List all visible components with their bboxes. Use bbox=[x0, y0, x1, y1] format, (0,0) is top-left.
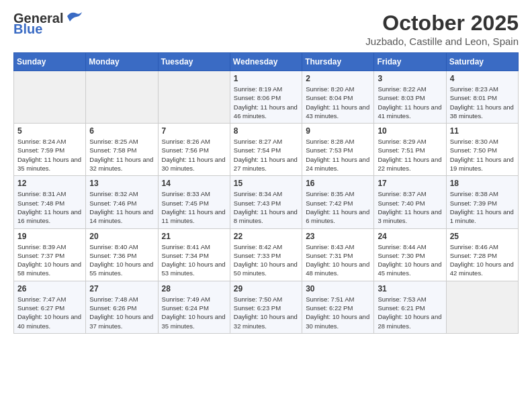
table-row: 29Sunrise: 7:50 AM Sunset: 6:23 PM Dayli… bbox=[230, 281, 302, 333]
header-wednesday: Wednesday bbox=[230, 53, 302, 71]
table-row: 10Sunrise: 8:29 AM Sunset: 7:51 PM Dayli… bbox=[374, 124, 446, 176]
day-number: 18 bbox=[450, 179, 515, 188]
day-info: Sunrise: 8:39 AM Sunset: 7:37 PM Dayligh… bbox=[17, 242, 82, 278]
day-info: Sunrise: 8:37 AM Sunset: 7:40 PM Dayligh… bbox=[378, 189, 442, 225]
day-number: 8 bbox=[234, 126, 298, 136]
day-info: Sunrise: 7:50 AM Sunset: 6:23 PM Dayligh… bbox=[234, 295, 298, 330]
day-info: Sunrise: 7:51 AM Sunset: 6:22 PM Dayligh… bbox=[306, 295, 370, 330]
page-title: October 2025 bbox=[365, 11, 519, 36]
table-row: 24Sunrise: 8:44 AM Sunset: 7:30 PM Dayli… bbox=[374, 228, 446, 281]
calendar-body: 1Sunrise: 8:19 AM Sunset: 8:06 PM Daylig… bbox=[14, 71, 519, 334]
day-info: Sunrise: 8:26 AM Sunset: 7:56 PM Dayligh… bbox=[162, 137, 226, 173]
table-row: 11Sunrise: 8:30 AM Sunset: 7:50 PM Dayli… bbox=[446, 124, 518, 176]
day-info: Sunrise: 8:44 AM Sunset: 7:30 PM Dayligh… bbox=[378, 242, 442, 278]
day-number: 17 bbox=[378, 179, 442, 188]
table-row: 5Sunrise: 8:24 AM Sunset: 7:59 PM Daylig… bbox=[14, 124, 86, 176]
day-number: 23 bbox=[306, 232, 370, 241]
table-row: 9Sunrise: 8:28 AM Sunset: 7:53 PM Daylig… bbox=[302, 124, 374, 176]
day-info: Sunrise: 8:35 AM Sunset: 7:42 PM Dayligh… bbox=[306, 189, 370, 225]
day-number: 15 bbox=[234, 179, 298, 188]
day-number: 29 bbox=[234, 284, 298, 293]
table-row: 1Sunrise: 8:19 AM Sunset: 8:06 PM Daylig… bbox=[230, 71, 302, 124]
day-number: 21 bbox=[162, 232, 226, 241]
day-number: 2 bbox=[306, 74, 370, 83]
table-row: 31Sunrise: 7:53 AM Sunset: 6:21 PM Dayli… bbox=[374, 281, 446, 333]
day-info: Sunrise: 7:47 AM Sunset: 6:27 PM Dayligh… bbox=[17, 295, 82, 330]
day-number: 9 bbox=[306, 126, 370, 136]
table-row: 19Sunrise: 8:39 AM Sunset: 7:37 PM Dayli… bbox=[14, 228, 86, 281]
day-info: Sunrise: 7:53 AM Sunset: 6:21 PM Dayligh… bbox=[378, 295, 442, 330]
day-number: 10 bbox=[378, 126, 442, 136]
day-number: 25 bbox=[450, 232, 515, 241]
day-number: 6 bbox=[89, 126, 154, 136]
table-row: 14Sunrise: 8:33 AM Sunset: 7:45 PM Dayli… bbox=[158, 176, 230, 228]
header: General Blue October 2025 Juzbado, Casti… bbox=[13, 11, 519, 47]
header-tuesday: Tuesday bbox=[158, 53, 230, 71]
day-info: Sunrise: 7:48 AM Sunset: 6:26 PM Dayligh… bbox=[89, 295, 154, 330]
day-info: Sunrise: 8:41 AM Sunset: 7:34 PM Dayligh… bbox=[162, 242, 226, 278]
table-row: 16Sunrise: 8:35 AM Sunset: 7:42 PM Dayli… bbox=[302, 176, 374, 228]
table-row: 6Sunrise: 8:25 AM Sunset: 7:58 PM Daylig… bbox=[86, 124, 158, 176]
table-row: 4Sunrise: 8:23 AM Sunset: 8:01 PM Daylig… bbox=[446, 71, 518, 124]
day-info: Sunrise: 8:32 AM Sunset: 7:46 PM Dayligh… bbox=[89, 189, 154, 225]
day-info: Sunrise: 8:22 AM Sunset: 8:03 PM Dayligh… bbox=[378, 85, 442, 120]
table-row: 12Sunrise: 8:31 AM Sunset: 7:48 PM Dayli… bbox=[14, 176, 86, 228]
day-number: 12 bbox=[17, 179, 82, 188]
title-area: October 2025 Juzbado, Castille and Leon,… bbox=[365, 11, 519, 47]
day-number: 5 bbox=[17, 126, 82, 136]
day-info: Sunrise: 8:23 AM Sunset: 8:01 PM Dayligh… bbox=[450, 85, 515, 120]
day-info: Sunrise: 8:27 AM Sunset: 7:54 PM Dayligh… bbox=[234, 137, 298, 173]
table-row: 22Sunrise: 8:42 AM Sunset: 7:33 PM Dayli… bbox=[230, 228, 302, 281]
day-info: Sunrise: 8:38 AM Sunset: 7:39 PM Dayligh… bbox=[450, 189, 515, 225]
day-number: 11 bbox=[450, 126, 515, 136]
table-row: 23Sunrise: 8:43 AM Sunset: 7:31 PM Dayli… bbox=[302, 228, 374, 281]
table-row: 18Sunrise: 8:38 AM Sunset: 7:39 PM Dayli… bbox=[446, 176, 518, 228]
day-number: 7 bbox=[162, 126, 226, 136]
day-info: Sunrise: 8:28 AM Sunset: 7:53 PM Dayligh… bbox=[306, 137, 370, 173]
table-row: 25Sunrise: 8:46 AM Sunset: 7:28 PM Dayli… bbox=[446, 228, 518, 281]
table-row: 28Sunrise: 7:49 AM Sunset: 6:24 PM Dayli… bbox=[158, 281, 230, 333]
table-row: 3Sunrise: 8:22 AM Sunset: 8:03 PM Daylig… bbox=[374, 71, 446, 124]
table-row: 30Sunrise: 7:51 AM Sunset: 6:22 PM Dayli… bbox=[302, 281, 374, 333]
day-number: 27 bbox=[89, 284, 154, 293]
header-sunday: Sunday bbox=[14, 53, 86, 71]
day-number: 30 bbox=[306, 284, 370, 293]
day-number: 13 bbox=[89, 179, 154, 188]
day-info: Sunrise: 8:24 AM Sunset: 7:59 PM Dayligh… bbox=[17, 137, 82, 173]
day-number: 31 bbox=[378, 284, 442, 293]
table-row: 2Sunrise: 8:20 AM Sunset: 8:04 PM Daylig… bbox=[302, 71, 374, 124]
day-number: 3 bbox=[378, 74, 442, 83]
table-row bbox=[86, 71, 158, 124]
header-thursday: Thursday bbox=[302, 53, 374, 71]
day-info: Sunrise: 8:20 AM Sunset: 8:04 PM Dayligh… bbox=[306, 85, 370, 120]
table-row: 13Sunrise: 8:32 AM Sunset: 7:46 PM Dayli… bbox=[86, 176, 158, 228]
table-row: 27Sunrise: 7:48 AM Sunset: 6:26 PM Dayli… bbox=[86, 281, 158, 333]
day-info: Sunrise: 8:46 AM Sunset: 7:28 PM Dayligh… bbox=[450, 242, 515, 278]
page-subtitle: Juzbado, Castille and Leon, Spain bbox=[365, 36, 519, 47]
logo-bird-icon bbox=[64, 9, 83, 24]
day-number: 19 bbox=[17, 232, 82, 241]
day-number: 22 bbox=[234, 232, 298, 241]
day-info: Sunrise: 8:34 AM Sunset: 7:43 PM Dayligh… bbox=[234, 189, 298, 225]
day-info: Sunrise: 8:31 AM Sunset: 7:48 PM Dayligh… bbox=[17, 189, 82, 225]
logo: General Blue bbox=[13, 11, 83, 36]
day-number: 16 bbox=[306, 179, 370, 188]
table-row: 7Sunrise: 8:26 AM Sunset: 7:56 PM Daylig… bbox=[158, 124, 230, 176]
day-number: 24 bbox=[378, 232, 442, 241]
logo-blue-text: Blue bbox=[13, 21, 42, 36]
day-number: 1 bbox=[234, 74, 298, 83]
calendar-table: Sunday Monday Tuesday Wednesday Thursday… bbox=[13, 52, 519, 334]
day-info: Sunrise: 8:19 AM Sunset: 8:06 PM Dayligh… bbox=[234, 85, 298, 120]
day-info: Sunrise: 8:33 AM Sunset: 7:45 PM Dayligh… bbox=[162, 189, 226, 225]
table-row: 26Sunrise: 7:47 AM Sunset: 6:27 PM Dayli… bbox=[14, 281, 86, 333]
day-number: 26 bbox=[17, 284, 82, 293]
calendar-header: Sunday Monday Tuesday Wednesday Thursday… bbox=[14, 53, 519, 71]
day-info: Sunrise: 8:29 AM Sunset: 7:51 PM Dayligh… bbox=[378, 137, 442, 173]
day-info: Sunrise: 8:40 AM Sunset: 7:36 PM Dayligh… bbox=[89, 242, 154, 278]
table-row: 17Sunrise: 8:37 AM Sunset: 7:40 PM Dayli… bbox=[374, 176, 446, 228]
day-number: 20 bbox=[89, 232, 154, 241]
day-info: Sunrise: 7:49 AM Sunset: 6:24 PM Dayligh… bbox=[162, 295, 226, 330]
day-number: 28 bbox=[162, 284, 226, 293]
day-info: Sunrise: 8:25 AM Sunset: 7:58 PM Dayligh… bbox=[89, 137, 154, 173]
day-info: Sunrise: 8:30 AM Sunset: 7:50 PM Dayligh… bbox=[450, 137, 515, 173]
